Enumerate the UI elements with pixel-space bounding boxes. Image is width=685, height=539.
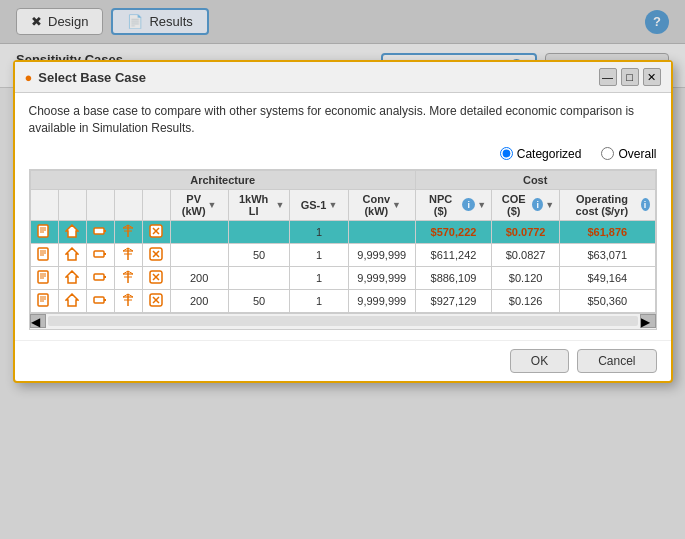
svg-marker-4	[66, 225, 78, 237]
row-icon-1	[58, 266, 86, 289]
radio-overall-input[interactable]	[601, 147, 614, 160]
th-coe[interactable]: COE ($)i▼	[492, 189, 560, 220]
coe-info-icon[interactable]: i	[532, 198, 543, 211]
table-row[interactable]: 20019,999,999$886,109$0.120$49,164	[30, 266, 655, 289]
row-gs: 1	[290, 243, 348, 266]
row-conv: 9,999,999	[348, 266, 415, 289]
modal-title-text: Select Base Case	[38, 70, 146, 85]
row-icon-1	[58, 289, 86, 312]
row-icon-1	[58, 243, 86, 266]
maximize-button[interactable]: □	[621, 68, 639, 86]
table-body: 1$570,222$0.0772$61,8765019,999,999$611,…	[30, 220, 655, 312]
th-icon1	[30, 189, 58, 220]
th-icon5	[142, 189, 170, 220]
row-opcost: $61,876	[560, 220, 655, 243]
th-conv[interactable]: Conv(kW)▼	[348, 189, 415, 220]
cancel-button[interactable]: Cancel	[577, 349, 656, 373]
results-table-container: Architecture Cost	[29, 169, 657, 314]
row-li	[228, 220, 290, 243]
scroll-track[interactable]	[48, 316, 638, 326]
svg-rect-30	[38, 271, 48, 283]
radio-categorized[interactable]: Categorized	[500, 147, 582, 161]
select-base-case-modal: ● Select Base Case — □ ✕ Choose a base c…	[13, 60, 673, 383]
row-icon-3	[114, 243, 142, 266]
arch-group-header: Architecture	[30, 170, 415, 189]
table-row[interactable]: 5019,999,999$611,242$0.0827$63,071	[30, 243, 655, 266]
row-gs: 1	[290, 220, 348, 243]
ok-button[interactable]: OK	[510, 349, 569, 373]
npc-sort-icon: ▼	[477, 200, 486, 210]
row-icon-0	[30, 220, 58, 243]
row-icon-0	[30, 289, 58, 312]
row-pv: 200	[170, 266, 228, 289]
row-icon-3	[114, 289, 142, 312]
row-pv	[170, 243, 228, 266]
modal-header: ● Select Base Case — □ ✕	[15, 62, 671, 93]
pv-sort-icon: ▼	[208, 200, 217, 210]
radio-categorized-label: Categorized	[517, 147, 582, 161]
th-li[interactable]: 1kWh LI▼	[228, 189, 290, 220]
svg-rect-51	[104, 299, 106, 301]
radio-overall[interactable]: Overall	[601, 147, 656, 161]
row-icon-2	[86, 220, 114, 243]
scroll-left-btn[interactable]: ◀	[30, 314, 46, 328]
th-icon4	[114, 189, 142, 220]
row-icon-2	[86, 243, 114, 266]
modal-footer: OK Cancel	[15, 340, 671, 381]
li-sort-icon: ▼	[275, 200, 284, 210]
radio-group: Categorized Overall	[29, 147, 657, 161]
svg-marker-19	[66, 248, 78, 260]
th-gs[interactable]: GS-1▼	[290, 189, 348, 220]
row-coe: $0.126	[492, 289, 560, 312]
row-gs: 1	[290, 289, 348, 312]
row-icon-2	[86, 266, 114, 289]
horizontal-scrollbar[interactable]: ◀ ▶	[29, 314, 657, 330]
table-row[interactable]: 1$570,222$0.0772$61,876	[30, 220, 655, 243]
modal-overlay: ● Select Base Case — □ ✕ Choose a base c…	[0, 0, 685, 539]
row-icon-3	[114, 220, 142, 243]
radio-categorized-input[interactable]	[500, 147, 513, 160]
opcost-info-icon[interactable]: i	[641, 198, 650, 211]
table-row[interactable]: 2005019,999,999$927,129$0.126$50,360	[30, 289, 655, 312]
row-li	[228, 266, 290, 289]
gs-sort-icon: ▼	[328, 200, 337, 210]
row-gs: 1	[290, 266, 348, 289]
svg-rect-15	[38, 248, 48, 260]
modal-description: Choose a base case to compare with other…	[29, 103, 657, 137]
row-conv	[348, 220, 415, 243]
th-npc[interactable]: NPC ($)i▼	[415, 189, 491, 220]
minimize-button[interactable]: —	[599, 68, 617, 86]
row-opcost: $49,164	[560, 266, 655, 289]
row-npc: $886,109	[415, 266, 491, 289]
row-coe: $0.120	[492, 266, 560, 289]
npc-info-icon[interactable]: i	[462, 198, 475, 211]
row-coe: $0.0827	[492, 243, 560, 266]
row-conv: 9,999,999	[348, 289, 415, 312]
modal-body: Choose a base case to compare with other…	[15, 93, 671, 340]
row-li: 50	[228, 289, 290, 312]
row-icon-4	[142, 220, 170, 243]
row-pv: 200	[170, 289, 228, 312]
th-opcost[interactable]: Operating cost ($/yr)i	[560, 189, 655, 220]
row-opcost: $50,360	[560, 289, 655, 312]
row-icon-0	[30, 266, 58, 289]
row-npc: $927,129	[415, 289, 491, 312]
row-icon-4	[142, 266, 170, 289]
svg-rect-35	[94, 274, 104, 280]
row-npc: $570,222	[415, 220, 491, 243]
row-icon-1	[58, 220, 86, 243]
row-icon-4	[142, 289, 170, 312]
row-icon-4	[142, 243, 170, 266]
radio-overall-label: Overall	[618, 147, 656, 161]
row-pv	[170, 220, 228, 243]
svg-rect-21	[104, 253, 106, 255]
row-coe: $0.0772	[492, 220, 560, 243]
scroll-right-btn[interactable]: ▶	[640, 314, 656, 328]
close-button[interactable]: ✕	[643, 68, 661, 86]
svg-rect-20	[94, 251, 104, 257]
row-conv: 9,999,999	[348, 243, 415, 266]
svg-rect-0	[38, 225, 48, 237]
th-pv[interactable]: PV(kW)▼	[170, 189, 228, 220]
svg-rect-5	[94, 228, 104, 234]
row-icon-0	[30, 243, 58, 266]
